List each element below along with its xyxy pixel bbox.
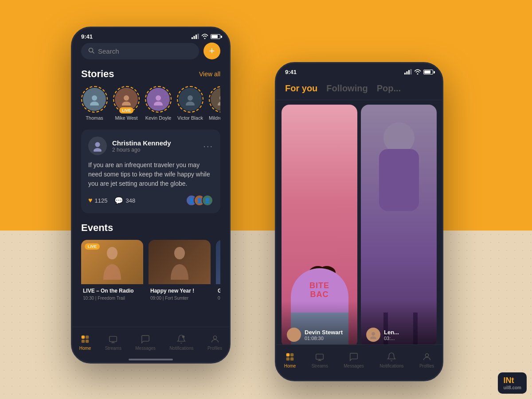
event-card[interactable]: LIVE LIVE – On the Radio 10:30 | Freedom… [81,240,143,301]
event-thumb [149,240,211,284]
time-right: 9:41 [285,69,297,75]
nav-profiles[interactable]: Profiles [207,334,222,351]
post-meta: Christina Kennedy 2 hours ago [112,139,198,153]
svg-rect-38 [286,357,289,360]
watermark-sub: uil8.com [503,385,521,390]
story-avatar [179,88,202,111]
video-card-1[interactable]: BITEBAC Devin Stewart 01:08:30 [282,105,357,348]
nav-label-messages: Messages [135,346,156,351]
search-icon [88,47,94,55]
svg-point-9 [122,102,131,106]
svg-rect-39 [290,357,293,360]
nav-streams[interactable]: Streams [105,334,121,351]
nav-label-home: Home [79,346,91,351]
svg-rect-0 [192,37,193,39]
bottom-nav-right: Home Streams Messages Notifications [276,344,442,380]
events-row: LIVE LIVE – On the Radio 10:30 | Freedom… [81,240,220,301]
watermark-main: INt [503,376,521,385]
nav-notifications-r[interactable]: Notifications [379,352,403,368]
svg-rect-2 [196,35,197,39]
event-live-badge: LIVE [85,243,100,250]
post-more-btn[interactable]: ··· [203,141,213,151]
svg-rect-3 [198,34,199,39]
story-item[interactable]: Mildred Miles [209,86,220,121]
post-card: Christina Kennedy 2 hours ago ··· If you… [81,129,220,213]
video-feed: BITEBAC Devin Stewart 01:08:30 [276,100,442,352]
story-item[interactable]: Thomas [81,86,108,121]
time-left: 9:41 [81,33,93,40]
story-ring [81,86,108,113]
svg-rect-23 [82,340,85,343]
svg-rect-36 [286,353,289,356]
post-actions: ♥ 1125 💬 348 👤 👤 👤 [88,195,213,206]
search-input[interactable]: Search [81,43,199,59]
video-info-2: Len... 03:... [361,301,437,348]
nav-messages-r[interactable]: Messages [344,352,364,368]
svg-point-12 [188,95,193,101]
svg-rect-28 [404,73,406,74]
event-info: Happy new Year ! 09:00 | Fort Sumter [149,284,211,301]
view-all-btn[interactable]: View all [199,70,220,78]
nav-label-notifications-r: Notifications [379,364,403,368]
signal-icon-r [404,69,412,75]
events-header: Events [81,222,220,234]
likes-action[interactable]: ♥ 1125 [88,196,107,204]
svg-point-16 [95,142,100,147]
event-meta: 09:00 | Fort Sumter [150,296,209,301]
story-name: Victor Black [177,115,203,121]
bottom-nav-left: Home Streams Messages Notifications [72,327,229,362]
tab-popular[interactable]: Pop... [377,83,401,94]
post-author-avatar [88,137,107,155]
add-button[interactable]: + [203,43,220,59]
watermark: INt uil8.com [498,372,527,394]
svg-point-26 [182,336,185,338]
video-info-1: Devin Stewart 01:08:30 [282,301,357,348]
svg-point-33 [291,336,297,339]
svg-line-5 [93,51,94,53]
svg-point-7 [90,102,99,106]
nav-streams-r[interactable]: Streams [312,352,328,368]
signal-icon [192,34,199,40]
status-icons-right [404,69,433,75]
svg-rect-24 [86,340,89,343]
event-title: Google [218,288,220,295]
svg-point-15 [218,102,220,106]
tab-for-you[interactable]: For you [285,83,317,94]
video-card-2[interactable]: Len... 03:... [361,105,437,348]
event-card[interactable]: Happy new Year ! 09:00 | Fort Sumter [149,240,211,301]
video-user-name-1: Devin Stewart [305,329,352,336]
video-duration-2: 03:... [384,336,431,341]
story-item[interactable]: Kevin Doyle [145,86,172,121]
nav-notifications[interactable]: Notifications [169,334,193,351]
wifi-icon [201,34,208,40]
story-item[interactable]: Victor Black [177,86,203,121]
post-time: 2 hours ago [112,147,198,153]
event-card[interactable]: Google 05:40 | W... [216,240,220,301]
comments-count: 348 [125,197,135,204]
svg-point-11 [154,102,163,106]
svg-point-8 [124,95,129,101]
nav-home-r[interactable]: Home [284,352,296,368]
svg-rect-31 [411,69,412,74]
nav-profiles-r[interactable]: Profiles [419,352,434,368]
nav-home[interactable]: Home [79,334,91,351]
story-avatar [211,88,220,111]
comments-action[interactable]: 💬 348 [114,196,135,205]
story-avatar [83,88,106,111]
story-ring [209,86,220,113]
nav-messages[interactable]: Messages [135,334,156,351]
svg-point-10 [156,95,161,101]
nav-label-streams: Streams [105,346,121,351]
stories-row: Thomas LIVE Mike West [81,86,220,121]
story-item[interactable]: LIVE Mike West [113,86,140,121]
post-text: If you are an infrequent traveler you ma… [88,160,213,188]
tab-following[interactable]: Following [326,83,368,94]
search-placeholder: Search [98,47,119,55]
battery-icon [211,34,220,39]
status-icons-left [192,34,220,40]
nav-label-messages-r: Messages [344,364,364,368]
reactor-avatar: 👤 [202,195,213,206]
svg-point-6 [92,95,97,101]
svg-point-17 [94,148,102,152]
svg-point-34 [372,332,375,336]
